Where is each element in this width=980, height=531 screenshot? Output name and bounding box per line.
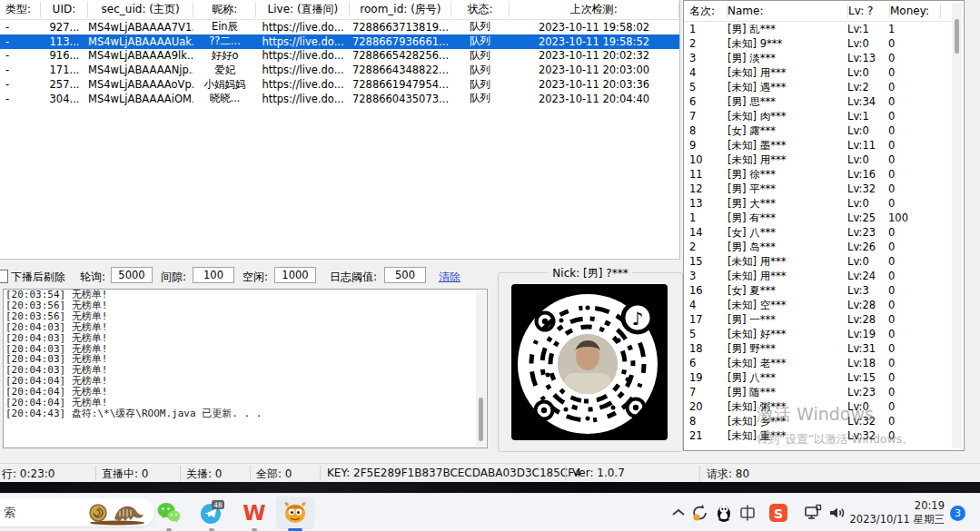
rank-cell: Lv:0 [847, 124, 888, 137]
tray-network-icon[interactable] [803, 503, 823, 523]
settings-row: 下播后剔除 轮询: 间隙: 空闲: 日志阈值: 清除 [0, 267, 495, 287]
tray-clock[interactable]: 20:19 2023/10/11 星期三 [849, 499, 945, 526]
rank-cell: 1 [684, 211, 728, 224]
table-header-row: 类型:UID:sec_uid: (主页)昵称:Live: (直播间)room_i… [0, 0, 679, 20]
gap-input[interactable] [193, 267, 234, 283]
table-row[interactable]: -113...MS4wLjABAAAAUak...??二...https://l… [0, 34, 679, 49]
table-row[interactable]: -927...MS4wLjABAAAA7V1...Ein辰https://liv… [0, 20, 679, 34]
notification-count-badge[interactable]: 3 [950, 506, 965, 521]
rank-row[interactable]: 5[未知] 好***Lv:190 [684, 327, 964, 341]
rank-scrollbar-thumb[interactable] [955, 19, 959, 54]
rank-row[interactable]: 3[男] 淡***Lv:130 [684, 51, 964, 65]
rank-row[interactable]: 19[男] 八***Lv:150 [684, 370, 964, 385]
table-row[interactable]: -304...MS4wLjABAAAAiOM...晓晓...https://li… [0, 92, 679, 106]
rank-row[interactable]: 14[女] 八***Lv:230 [684, 225, 964, 240]
table-row[interactable]: -171...MS4wLjABAAAANjp...爱妃https://live.… [0, 63, 679, 77]
rank-row[interactable]: 8[未知] 乡***Lv:320 [684, 414, 964, 428]
table-cell: ??二... [193, 34, 256, 48]
nick-qr-groupbox: Nick: [男] ?*** ♪ [498, 272, 683, 452]
rank-cell: 5 [684, 81, 728, 93]
poll-input[interactable] [111, 267, 153, 283]
rank-row[interactable]: 20[未知] 粥***Lv:00 [684, 399, 964, 414]
table-row[interactable]: -257...MS4wLjABAAAAoVp...小娟妈妈https://liv… [0, 77, 679, 92]
table-header-cell: 类型: [0, 2, 41, 17]
rank-row[interactable]: 17[男] 一***Lv:280 [684, 312, 964, 327]
log-scrollbar-thumb[interactable] [479, 398, 483, 441]
status-separator [565, 466, 566, 481]
clear-log-link[interactable]: 清除 [439, 270, 460, 285]
rank-row[interactable]: 1[男] 有***Lv:25100 [684, 211, 964, 225]
rank-row[interactable]: 2[未知] 9***Lv:00 [684, 36, 964, 51]
rank-row[interactable]: 7[未知] 肉***Lv:10 [684, 109, 964, 123]
rank-cell: Lv:26 [847, 241, 888, 253]
rank-row[interactable]: 13[男] 大***Lv:00 [684, 196, 964, 211]
rank-row[interactable]: 9[未知] 墨***Lv:110 [684, 138, 964, 152]
rank-row[interactable]: 6[男] 思***Lv:340 [684, 94, 964, 109]
table-header-cell: sec_uid: (主页) [88, 2, 193, 17]
table-cell: MS4wLjABAAAA9lk... [88, 49, 193, 62]
rank-cell: 0 [888, 95, 938, 108]
rank-cell: [男] 淡*** [728, 52, 847, 65]
wechat-icon[interactable] [156, 500, 182, 526]
tray-qq-icon[interactable] [714, 503, 734, 523]
rank-cell: 2 [684, 37, 728, 50]
telegram-icon[interactable]: 48 [199, 500, 224, 526]
tray-chevron-up-icon[interactable] [668, 503, 688, 523]
rank-row[interactable]: 1[男] 乱***Lv:11 [684, 22, 964, 36]
rank-row[interactable]: 18[男] 野***Lv:310 [684, 341, 964, 356]
table-cell: Ein辰 [193, 20, 256, 34]
rank-cell: 0 [888, 226, 938, 239]
log-area[interactable]: [20:03:54] 无榜单![20:03:56] 无榜单![20:03:56]… [3, 289, 488, 448]
rank-row[interactable]: 4[未知] 空***Lv:280 [684, 298, 964, 312]
rank-row[interactable]: 4[未知] 用***Lv:00 [684, 65, 964, 80]
table-cell: 2023-10-11 19:58:52 [509, 35, 679, 48]
rank-cell: [女] 露*** [728, 124, 847, 138]
table-cell: 爱妃 [193, 64, 256, 77]
rank-cell: 7 [684, 386, 728, 398]
rank-row[interactable]: 8[女] 露***Lv:00 [684, 123, 964, 138]
log-line: [20:03:56] 无榜单! [4, 311, 487, 322]
rank-row[interactable]: 11[男] 徐***Lv:160 [684, 167, 964, 182]
rank-cell: 0 [888, 386, 938, 398]
log-threshold-input[interactable] [384, 267, 426, 283]
rank-row[interactable]: 3[未知] 用***Lv:240 [684, 269, 964, 283]
rank-cell: 8 [684, 415, 728, 428]
rank-cell: Lv:32 [847, 429, 888, 442]
rank-panel: 名次:Name:Lv: ?Money: 1[男] 乱***Lv:112[未知] … [683, 0, 965, 451]
taskbar-search[interactable]: 索 [0, 498, 154, 526]
rank-cell: [男] 有*** [728, 211, 847, 225]
rank-cell: Lv:24 [847, 270, 888, 282]
table-cell: 927... [41, 21, 88, 34]
rank-row[interactable]: 10[未知] 用***Lv:00 [684, 152, 964, 167]
rank-row[interactable]: 6[未知] 老***Lv:180 [684, 356, 964, 370]
table-cell: 队列 [451, 34, 509, 48]
table-cell: https://live.do... [256, 93, 350, 105]
rank-row[interactable]: 16[女] 夏***Lv:30 [684, 283, 964, 298]
rank-row[interactable]: 21[未知] 重***Lv:320 [684, 428, 964, 443]
rank-cell: [未知] 好*** [728, 328, 847, 341]
tray-sync-icon[interactable] [690, 503, 710, 523]
rank-cell: 4 [684, 299, 728, 311]
wps-icon[interactable]: W [242, 500, 267, 526]
rank-row[interactable]: 12[男] 平***Lv:320 [684, 182, 964, 196]
tray-sogou-icon[interactable]: S [768, 503, 788, 523]
idle-input[interactable] [274, 267, 316, 283]
rank-scrollbar[interactable] [952, 3, 962, 448]
table-cell: MS4wLjABAAAAiOM... [88, 93, 193, 105]
status-item: Ver: 1.0.7 [572, 467, 625, 479]
rank-header-row: 名次:Name:Lv: ?Money: [684, 1, 964, 22]
log-scrollbar[interactable] [476, 290, 486, 447]
rank-cell: 13 [684, 197, 728, 210]
rank-cell: Lv:25 [847, 211, 888, 224]
active-app-icon[interactable] [282, 500, 308, 526]
svg-text:W: W [243, 501, 265, 525]
rank-row[interactable]: 15[未知] 用***Lv:00 [684, 254, 964, 269]
rank-row[interactable]: 2[男] 岛***Lv:260 [684, 240, 964, 254]
remove-after-offline-checkbox[interactable] [0, 270, 8, 283]
tray-volume-icon[interactable] [827, 503, 846, 523]
tray-utility-icon[interactable] [737, 503, 757, 523]
rank-row[interactable]: 5[未知] 遇***Lv:20 [684, 80, 964, 94]
rank-row[interactable]: 7[男] 随***Lv:230 [684, 385, 964, 399]
table-row[interactable]: -916...MS4wLjABAAAA9lk...好好ohttps://live… [0, 49, 679, 64]
rank-cell: [未知] 乡*** [728, 415, 847, 428]
